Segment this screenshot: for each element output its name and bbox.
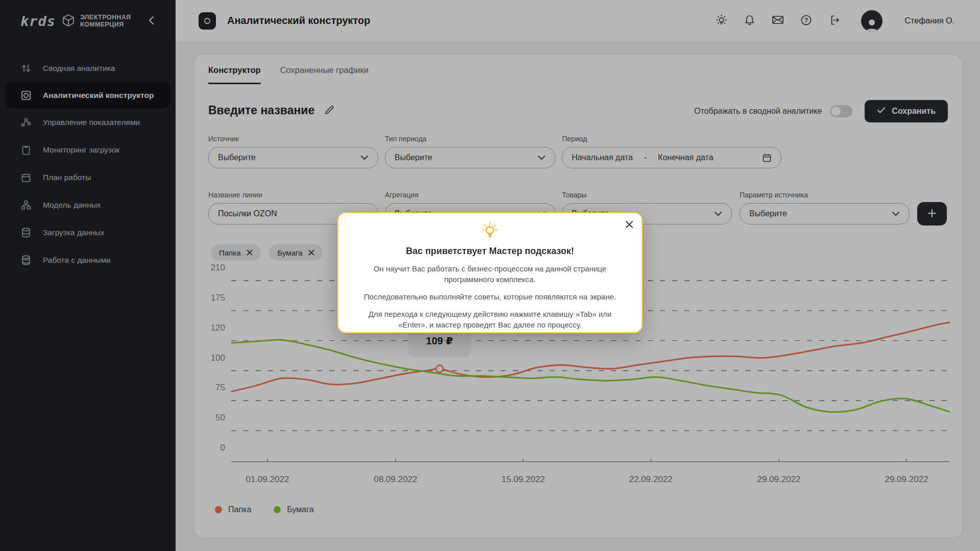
modal-paragraph: Последовательно выполняйте советы, котор… — [354, 291, 626, 302]
wizard-modal: Вас приветствует Мастер подсказок! Он на… — [337, 212, 643, 333]
modal-paragraph: Для перехода к следующему действию нажми… — [354, 309, 626, 330]
lightbulb-icon — [354, 221, 626, 240]
close-icon — [625, 220, 633, 230]
modal-close-button[interactable] — [625, 220, 633, 230]
modal-title: Вас приветствует Мастер подсказок! — [354, 246, 626, 257]
modal-paragraph: Он научит Вас работать с бизнес-процессо… — [354, 263, 626, 285]
